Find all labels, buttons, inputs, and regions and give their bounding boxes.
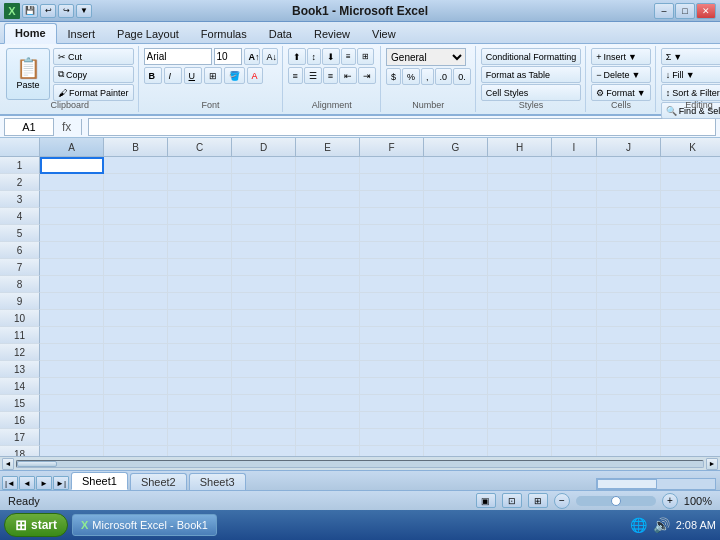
cell-F3[interactable] (360, 191, 424, 208)
fill-btn[interactable]: 🪣 (224, 67, 245, 84)
row-header-16[interactable]: 16 (0, 412, 40, 429)
tab-formulas[interactable]: Formulas (190, 24, 258, 43)
cell-E16[interactable] (296, 412, 360, 429)
cell-G13[interactable] (424, 361, 488, 378)
underline-btn[interactable]: U (184, 67, 202, 84)
cell-K13[interactable] (661, 361, 720, 378)
cell-E18[interactable] (296, 446, 360, 456)
cell-B16[interactable] (104, 412, 168, 429)
cell-C16[interactable] (168, 412, 232, 429)
format-as-table-btn[interactable]: Format as Table (481, 66, 582, 83)
decrease-decimal-btn[interactable]: 0. (453, 68, 471, 85)
cell-G1[interactable] (424, 157, 488, 174)
cell-I10[interactable] (552, 310, 597, 327)
row-header-1[interactable]: 1 (0, 157, 40, 174)
cell-I3[interactable] (552, 191, 597, 208)
align-middle-btn[interactable]: ↕ (307, 48, 322, 65)
cell-D4[interactable] (232, 208, 296, 225)
col-header-d[interactable]: D (232, 138, 296, 156)
cell-H7[interactable] (488, 259, 552, 276)
cell-F11[interactable] (360, 327, 424, 344)
cell-C18[interactable] (168, 446, 232, 456)
cell-A2[interactable] (40, 174, 104, 191)
cell-B15[interactable] (104, 395, 168, 412)
cell-C10[interactable] (168, 310, 232, 327)
cell-D18[interactable] (232, 446, 296, 456)
cell-D1[interactable] (232, 157, 296, 174)
cell-C5[interactable] (168, 225, 232, 242)
align-center-btn[interactable]: ☰ (304, 67, 322, 84)
fill-btn-edit[interactable]: ↓ Fill ▼ (661, 66, 720, 83)
cell-E8[interactable] (296, 276, 360, 293)
align-right-btn[interactable]: ≡ (323, 67, 338, 84)
cell-A15[interactable] (40, 395, 104, 412)
cell-B14[interactable] (104, 378, 168, 395)
zoom-out-btn[interactable]: − (554, 493, 570, 509)
cell-J15[interactable] (597, 395, 661, 412)
cell-F17[interactable] (360, 429, 424, 446)
cell-E7[interactable] (296, 259, 360, 276)
cell-J8[interactable] (597, 276, 661, 293)
cell-B17[interactable] (104, 429, 168, 446)
italic-btn[interactable]: I (164, 67, 182, 84)
cell-A10[interactable] (40, 310, 104, 327)
cell-H4[interactable] (488, 208, 552, 225)
cell-C11[interactable] (168, 327, 232, 344)
number-format-select[interactable]: General (386, 48, 466, 66)
cell-C9[interactable] (168, 293, 232, 310)
delete-btn[interactable]: − Delete ▼ (591, 66, 650, 83)
cell-D2[interactable] (232, 174, 296, 191)
zoom-in-btn[interactable]: + (662, 493, 678, 509)
row-header-15[interactable]: 15 (0, 395, 40, 412)
minimize-btn[interactable]: – (654, 3, 674, 19)
cell-J3[interactable] (597, 191, 661, 208)
cell-C4[interactable] (168, 208, 232, 225)
cell-I7[interactable] (552, 259, 597, 276)
cell-B18[interactable] (104, 446, 168, 456)
cell-D6[interactable] (232, 242, 296, 259)
tab-insert[interactable]: Insert (57, 24, 107, 43)
cell-K18[interactable] (661, 446, 720, 456)
font-name-input[interactable] (144, 48, 212, 65)
cell-I1[interactable] (552, 157, 597, 174)
row-header-5[interactable]: 5 (0, 225, 40, 242)
normal-view-btn[interactable]: ▣ (476, 493, 496, 508)
cell-G10[interactable] (424, 310, 488, 327)
cell-B12[interactable] (104, 344, 168, 361)
quick-save-btn[interactable]: 💾 (22, 4, 38, 18)
cell-A6[interactable] (40, 242, 104, 259)
cell-J7[interactable] (597, 259, 661, 276)
cell-J9[interactable] (597, 293, 661, 310)
cell-E9[interactable] (296, 293, 360, 310)
cell-F7[interactable] (360, 259, 424, 276)
col-header-g[interactable]: G (424, 138, 488, 156)
col-header-h[interactable]: H (488, 138, 552, 156)
corner-cell[interactable] (0, 138, 40, 156)
cell-D7[interactable] (232, 259, 296, 276)
cell-K3[interactable] (661, 191, 720, 208)
close-btn[interactable]: ✕ (696, 3, 716, 19)
cell-C3[interactable] (168, 191, 232, 208)
cell-E4[interactable] (296, 208, 360, 225)
cell-K15[interactable] (661, 395, 720, 412)
scroll-left-btn[interactable]: ◄ (2, 458, 14, 470)
cell-F4[interactable] (360, 208, 424, 225)
cell-J1[interactable] (597, 157, 661, 174)
col-header-k[interactable]: K (661, 138, 720, 156)
scroll-thumb-h[interactable] (17, 461, 57, 467)
scroll-thumb-sheet[interactable] (597, 479, 657, 489)
col-header-e[interactable]: E (296, 138, 360, 156)
cell-A18[interactable] (40, 446, 104, 456)
insert-btn[interactable]: + Insert ▼ (591, 48, 650, 65)
cell-D3[interactable] (232, 191, 296, 208)
comma-btn[interactable]: , (421, 68, 434, 85)
cell-E15[interactable] (296, 395, 360, 412)
cell-F2[interactable] (360, 174, 424, 191)
sheet-tab-sheet1[interactable]: Sheet1 (71, 472, 128, 490)
cell-F5[interactable] (360, 225, 424, 242)
cell-H10[interactable] (488, 310, 552, 327)
cell-I13[interactable] (552, 361, 597, 378)
cell-G5[interactable] (424, 225, 488, 242)
cell-K9[interactable] (661, 293, 720, 310)
cell-I17[interactable] (552, 429, 597, 446)
